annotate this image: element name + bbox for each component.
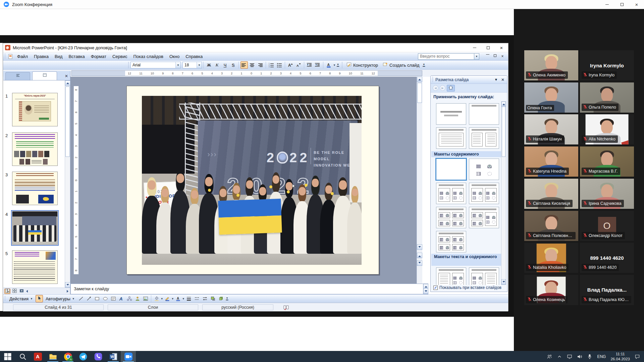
tray-volume-icon[interactable]	[577, 354, 582, 359]
horizontal-scrollbar[interactable]	[26, 290, 69, 293]
font-color-button[interactable]: A	[325, 61, 332, 69]
threed-style-button[interactable]	[217, 295, 225, 302]
picture-button[interactable]	[142, 295, 149, 302]
participant-tile[interactable]: Маргасова В.Г.	[580, 146, 634, 177]
menu-правка[interactable]: Правка	[31, 53, 52, 60]
slide-thumbnail-2[interactable]: 2	[3, 132, 65, 167]
taskbar-clock[interactable]: 11:11 26.04.2023	[610, 352, 630, 362]
close-icon[interactable]: ×	[495, 43, 508, 52]
language-status[interactable]: русский (Россия)	[202, 304, 273, 310]
tray-network-icon[interactable]	[567, 354, 572, 359]
taskbar-explorer-icon[interactable]	[45, 351, 60, 362]
taskbar-telegram-icon[interactable]	[75, 351, 91, 362]
notes-scrollbar[interactable]	[423, 284, 428, 294]
task-pane-scrollbar[interactable]	[501, 101, 506, 285]
participant-tile[interactable]: 899 1440 4620899 1440 4620	[580, 243, 634, 273]
next-slide-button[interactable]	[417, 260, 422, 266]
participant-tile[interactable]: Влад Падалка...Влад Падалка КЮ-222	[580, 275, 634, 305]
toolbar-options-icon[interactable]: ▾▬	[423, 64, 425, 67]
line-color-button[interactable]	[164, 295, 171, 302]
slide-thumbnail-3[interactable]: 3	[3, 172, 65, 206]
horizontal-ruler[interactable]: 1211109876543210123456789101112	[71, 70, 422, 76]
minimize-icon[interactable]	[468, 43, 481, 52]
fill-color-button[interactable]	[153, 295, 160, 302]
participant-tile[interactable]: Ольга Попело	[580, 82, 634, 113]
taskbar-zoom-icon[interactable]	[121, 351, 136, 362]
tab-slides[interactable]	[32, 71, 57, 80]
question-input[interactable]	[418, 53, 474, 60]
taskbar-start-icon[interactable]	[0, 351, 15, 362]
chevron-down-icon[interactable]: ▼	[494, 78, 498, 81]
back-icon[interactable]: ◄	[433, 85, 438, 91]
restore-icon[interactable]	[481, 43, 495, 52]
spellcheck-icon[interactable]	[283, 305, 289, 310]
designer-button[interactable]: Конструктор	[344, 61, 380, 69]
arrow-style-button[interactable]	[201, 295, 209, 302]
participant-tile[interactable]: Світлана Полковнич...	[524, 211, 578, 241]
layout-content-quad-grid[interactable]	[436, 231, 466, 252]
previous-slide-button[interactable]	[417, 253, 422, 258]
arrow-button[interactable]	[86, 295, 93, 302]
participant-tile[interactable]: Alla Nitchenko	[580, 114, 634, 144]
taskbar-word-icon[interactable]: W	[106, 351, 121, 362]
slide-thumbnail-1[interactable]: 1"Юність науки-2023"	[3, 93, 65, 128]
notes-area[interactable]: Заметки к слайду	[70, 284, 428, 294]
shadow-style-button[interactable]	[209, 295, 217, 302]
taskbar-search-icon[interactable]	[15, 351, 30, 362]
normal-view-button[interactable]	[4, 289, 10, 294]
layout-content-and-text[interactable]	[469, 267, 499, 285]
menu-показ-слайдов[interactable]: Показ слайдов	[130, 53, 166, 60]
maximize-icon[interactable]	[614, 0, 629, 9]
autoshapes-menu-button[interactable]: Автофигуры▼	[43, 296, 77, 302]
language-indicator[interactable]: ENG	[597, 354, 606, 359]
decrease-indent-button[interactable]	[306, 61, 313, 69]
menu-вставка[interactable]: Вставка	[65, 53, 88, 60]
text-box-button[interactable]	[110, 295, 117, 302]
layout-content-split-b[interactable]	[469, 183, 499, 204]
tray-chevron-up-icon[interactable]	[557, 354, 562, 359]
menu-окно[interactable]: Окно	[166, 53, 182, 60]
select-objects-button[interactable]	[36, 295, 43, 302]
vertical-ruler[interactable]: 87654321012345678	[73, 86, 79, 275]
menu-справка[interactable]: Справка	[182, 53, 206, 60]
bulleted-list-button[interactable]	[276, 61, 283, 69]
participant-tile[interactable]: Iryna KormyloIryna Kormylo	[580, 50, 634, 80]
layout-text-and-content[interactable]	[436, 267, 466, 285]
minimize-icon[interactable]	[484, 54, 491, 55]
dash-style-button[interactable]	[193, 295, 201, 302]
increase-indent-button[interactable]	[314, 61, 321, 69]
participant-tile[interactable]: Ірина Садчикова	[580, 179, 634, 209]
decrease-font-button[interactable]: A	[295, 61, 302, 69]
menu-формат[interactable]: Формат	[88, 53, 109, 60]
close-icon[interactable]: ×	[499, 54, 506, 58]
tab-outline[interactable]	[5, 72, 30, 80]
home-button[interactable]	[447, 85, 455, 92]
layout-title-slide[interactable]	[436, 103, 466, 125]
slide-sorter-button[interactable]	[11, 289, 17, 294]
layout-content-quad-b[interactable]	[469, 207, 499, 228]
actions-menu-button[interactable]: Действия▼	[7, 296, 35, 302]
tray-people-icon[interactable]	[547, 354, 552, 359]
notification-icon[interactable]	[635, 354, 640, 359]
font-size-combobox[interactable]: 18▼	[182, 62, 202, 68]
participant-tile[interactable]: ООлександр Колот	[580, 211, 634, 241]
slide-thumbnail-5[interactable]: 5	[3, 250, 65, 285]
menu-файл[interactable]: Файл	[14, 53, 31, 60]
font-color-draw-button[interactable]: A	[174, 295, 182, 302]
layout-title-text[interactable]	[436, 127, 466, 149]
rectangle-button[interactable]	[94, 295, 101, 302]
wordart-button[interactable]: A	[118, 295, 125, 302]
slide-canvas[interactable]: › › › 222 BE THE ROLE MODEL INNOVATION W…	[126, 86, 379, 275]
taskbar-viber-icon[interactable]	[91, 351, 106, 362]
participant-tile[interactable]: Kateryna Hnedina	[524, 146, 578, 177]
line-style-button[interactable]	[185, 295, 193, 302]
align-center-button[interactable]	[249, 61, 256, 69]
shadow-button[interactable]: S	[229, 61, 237, 69]
close-icon[interactable]: ✕	[501, 77, 504, 82]
clipart-button[interactable]	[134, 295, 141, 302]
toolbar-options-icon[interactable]: ▾▬	[226, 297, 228, 300]
layout-content-split[interactable]	[436, 183, 466, 204]
increase-font-button[interactable]: A	[287, 61, 294, 69]
forward-icon[interactable]: ►	[440, 85, 445, 91]
slide-thumbnail-4[interactable]: 4	[3, 211, 65, 246]
